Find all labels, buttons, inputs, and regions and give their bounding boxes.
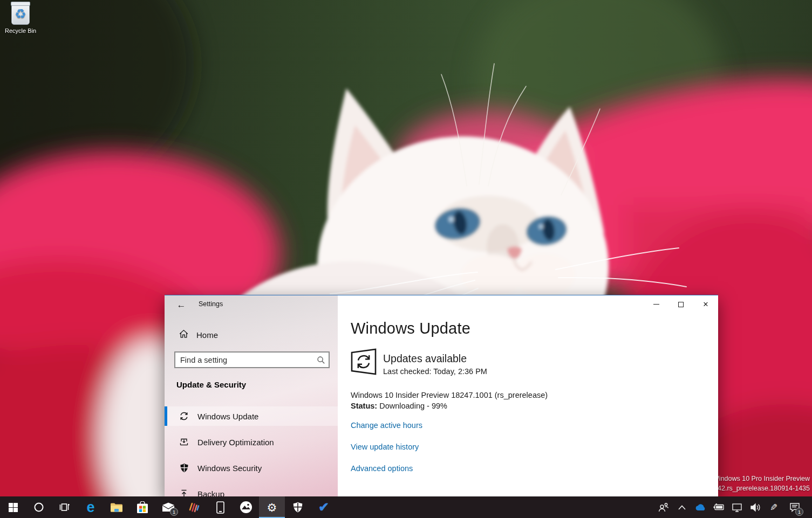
file-explorer-button[interactable] bbox=[104, 496, 129, 518]
action-center-button[interactable]: 1 bbox=[783, 496, 807, 518]
search-input[interactable] bbox=[175, 356, 313, 364]
settings-button[interactable]: ⚙ bbox=[259, 496, 285, 518]
window-titlebar[interactable]: ← Settings bbox=[165, 295, 338, 316]
task-view-button[interactable] bbox=[52, 496, 78, 518]
recycle-bin-icon: ♻ bbox=[11, 3, 30, 25]
nav-label: Delivery Optimization bbox=[197, 438, 274, 447]
people-button[interactable] bbox=[654, 496, 673, 518]
your-phone-button[interactable] bbox=[207, 496, 233, 518]
status-label: Status: bbox=[351, 402, 377, 410]
sidebar-item-delivery-optimization[interactable]: Delivery Optimization bbox=[165, 432, 338, 452]
mail-button[interactable]: 1 bbox=[155, 496, 181, 518]
home-label: Home bbox=[196, 330, 218, 340]
recycle-bin-label: Recycle Bin bbox=[3, 27, 38, 34]
back-button[interactable]: ← bbox=[173, 298, 189, 312]
mail-notification-badge: 1 bbox=[170, 508, 178, 516]
build-info-text: Windows 10 Insider Preview 18247.1001 (r… bbox=[351, 391, 548, 399]
last-checked-text: Last checked: Today, 2:36 PM bbox=[383, 367, 487, 376]
recycle-symbol-icon: ♻ bbox=[15, 8, 26, 20]
settings-main-pane: ✕ Windows Update Updates available Last … bbox=[338, 295, 718, 498]
change-active-hours-link[interactable]: Change active hours bbox=[351, 421, 422, 430]
view-update-history-link[interactable]: View update history bbox=[351, 443, 419, 451]
hidden-icons-chevron[interactable] bbox=[673, 496, 691, 518]
sync-icon bbox=[179, 411, 189, 421]
advanced-options-link[interactable]: Advanced options bbox=[351, 464, 413, 473]
action-center-badge: 1 bbox=[795, 508, 803, 516]
settings-sidebar: ← Settings Home Update & Security bbox=[165, 295, 338, 498]
edge-browser-button[interactable]: e bbox=[78, 496, 104, 518]
search-cortana-button[interactable] bbox=[26, 496, 52, 518]
system-tray: ✎ 1 bbox=[654, 496, 812, 518]
pen-glyph: ✎ bbox=[770, 502, 777, 513]
watermark-line1: Windows 10 Pro Insider Preview bbox=[706, 474, 810, 484]
windows-defender-button[interactable] bbox=[285, 496, 311, 518]
delivery-icon bbox=[179, 437, 189, 447]
volume-icon[interactable] bbox=[746, 496, 765, 518]
settings-window: ← Settings Home Update & Security bbox=[165, 295, 718, 498]
start-button[interactable] bbox=[0, 496, 26, 518]
minimize-button[interactable] bbox=[644, 295, 668, 313]
window-title: Settings bbox=[199, 300, 223, 308]
sidebar-item-home[interactable]: Home bbox=[165, 328, 338, 342]
onedrive-icon[interactable] bbox=[691, 496, 709, 518]
taskbar-pinned-apps: e 1 bbox=[0, 496, 337, 518]
nav-label: Windows Security bbox=[197, 464, 262, 473]
window-controls: ✕ bbox=[644, 295, 718, 313]
download-status-text: Status: Downloading - 99% bbox=[351, 402, 447, 410]
sidebar-item-windows-security[interactable]: Windows Security bbox=[165, 458, 338, 478]
todo-button[interactable]: ✔ bbox=[311, 496, 337, 518]
network-icon[interactable] bbox=[728, 496, 746, 518]
todo-check-icon: ✔ bbox=[318, 500, 329, 515]
home-icon bbox=[179, 329, 188, 340]
status-title: Updates available bbox=[383, 353, 467, 365]
sidebar-item-windows-update[interactable]: Windows Update bbox=[165, 406, 338, 426]
page-title: Windows Update bbox=[351, 320, 470, 337]
insider-preview-watermark: Windows 10 Pro Insider Preview 18242.rs_… bbox=[706, 474, 810, 493]
search-box[interactable] bbox=[174, 351, 330, 368]
settings-gear-icon: ⚙ bbox=[267, 502, 277, 513]
nav-label: Windows Update bbox=[197, 412, 258, 421]
taskbar: e 1 bbox=[0, 496, 812, 518]
battery-icon[interactable] bbox=[709, 496, 728, 518]
windows-ink-pen-icon[interactable]: ✎ bbox=[765, 496, 783, 518]
shield-icon bbox=[179, 463, 189, 473]
recycle-bin-shortcut[interactable]: ♻ Recycle Bin bbox=[3, 3, 38, 34]
photos-button[interactable] bbox=[233, 496, 259, 518]
close-button[interactable]: ✕ bbox=[693, 295, 718, 313]
search-icon[interactable] bbox=[313, 356, 329, 364]
feedback-hub-button[interactable] bbox=[181, 496, 207, 518]
microsoft-store-button[interactable] bbox=[129, 496, 155, 518]
sidebar-section-title: Update & Security bbox=[176, 380, 246, 389]
status-value: Downloading - 99% bbox=[377, 402, 447, 410]
desktop: ♻ Recycle Bin Windows 10 Pro Insider Pre… bbox=[0, 0, 812, 518]
maximize-button[interactable] bbox=[668, 295, 693, 313]
edge-icon: e bbox=[86, 499, 94, 516]
update-status-icon bbox=[351, 348, 377, 377]
watermark-line2: 18242.rs_prerelease.180914-1435 bbox=[706, 484, 810, 493]
